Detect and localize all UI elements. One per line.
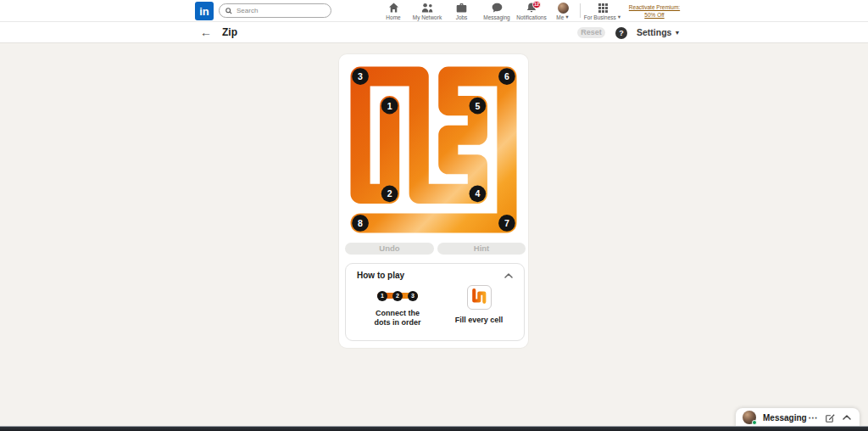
linkedin-logo[interactable]: in [195, 2, 214, 20]
settings-label: Settings [637, 22, 671, 43]
grid-icon [598, 3, 608, 13]
demo-dots-icon: 1 2 3 [377, 290, 418, 301]
back-arrow-icon[interactable]: ← [200, 22, 212, 43]
caption-line: dots in order [361, 318, 434, 327]
reset-button[interactable]: Reset [577, 27, 605, 38]
svg-text:1: 1 [387, 101, 392, 111]
settings-menu[interactable]: Settings ▼ [637, 22, 680, 43]
search-icon [225, 8, 232, 14]
page-title: Zip [222, 22, 237, 43]
demo-dot-3: 3 [408, 291, 418, 301]
nav-item-me[interactable]: Me▼ [548, 0, 577, 22]
nav-item-my-network[interactable]: My Network [410, 0, 444, 22]
game-header-bar: ← Zip Reset ? Settings ▼ [0, 22, 868, 43]
premium-line2: 50% Off [620, 11, 689, 19]
me-avatar [558, 3, 569, 13]
nav-label: For Business [584, 14, 616, 20]
game-panel: 12345678 Undo Hint How to play 1 2 3 Con… [339, 54, 528, 348]
nav-divider [580, 3, 581, 18]
my-network-icon [421, 3, 433, 13]
search-box[interactable] [219, 3, 331, 18]
nav-item-messaging[interactable]: Messaging [479, 0, 515, 22]
nav-item-jobs[interactable]: Jobs [444, 0, 479, 22]
jobs-icon [456, 3, 467, 13]
nav-label: Me [556, 14, 564, 20]
how-to-play-card: How to play 1 2 3 Connect the dots in or… [345, 263, 525, 341]
svg-text:6: 6 [504, 71, 509, 81]
nav-item-notifications[interactable]: 12 Notifications [515, 0, 548, 22]
svg-text:3: 3 [358, 71, 363, 81]
zip-logo-icon [467, 285, 492, 310]
nav-label: Notifications [516, 14, 546, 20]
bell-icon: 12 [526, 3, 537, 13]
how-to-play-title: How to play [357, 271, 404, 280]
search-input[interactable] [236, 7, 321, 14]
messaging-icon [492, 3, 503, 13]
nav-label: Jobs [456, 14, 468, 20]
chevron-down-icon: ▼ [565, 14, 569, 20]
zip-path [360, 76, 507, 223]
nav-item-home[interactable]: Home [376, 0, 410, 22]
more-options-icon[interactable]: ⋯ [809, 413, 819, 422]
caption-line: Connect the [361, 309, 434, 318]
svg-text:4: 4 [475, 188, 480, 199]
demo-dot-2: 2 [392, 291, 403, 301]
chevron-up-icon[interactable] [504, 273, 513, 278]
undo-button[interactable]: Undo [345, 243, 434, 255]
nav-label: Messaging [483, 14, 509, 20]
bottom-edge-bar [0, 426, 868, 431]
zip-dots: 12345678 [352, 68, 515, 232]
global-nav: in Home My Network Jobs [0, 0, 868, 22]
premium-line1: Reactivate Premium: [620, 3, 689, 11]
zip-board[interactable]: 12345678 [350, 66, 517, 233]
notification-badge: 12 [532, 1, 541, 8]
nav-label: My Network [413, 14, 442, 20]
caption-line: Fill every cell [444, 316, 514, 325]
messaging-widget[interactable]: Messaging ⋯ [736, 408, 860, 427]
messaging-label: Messaging [763, 413, 807, 423]
svg-text:8: 8 [358, 218, 363, 228]
nav-items: Home My Network Jobs Messaging 12 No [376, 0, 577, 22]
nav-item-for-business[interactable]: For Business▼ [584, 0, 621, 20]
demo-dot-1: 1 [377, 291, 387, 301]
chevron-up-icon[interactable] [843, 415, 851, 420]
online-status-dot [752, 420, 757, 425]
user-avatar [743, 411, 756, 424]
help-icon[interactable]: ? [615, 27, 627, 39]
compose-icon[interactable] [826, 413, 835, 423]
home-icon [388, 3, 399, 13]
instruction-connect-dots: 1 2 3 Connect the dots in order [361, 290, 434, 328]
chevron-down-icon: ▼ [674, 22, 680, 43]
svg-text:2: 2 [387, 188, 392, 199]
premium-upsell-link[interactable]: Reactivate Premium: 50% Off [620, 3, 689, 19]
nav-label: Home [386, 14, 400, 20]
svg-text:5: 5 [475, 101, 480, 111]
hint-button[interactable]: Hint [437, 243, 526, 255]
svg-text:7: 7 [504, 218, 509, 228]
instruction-fill-cells: Fill every cell [444, 285, 514, 325]
